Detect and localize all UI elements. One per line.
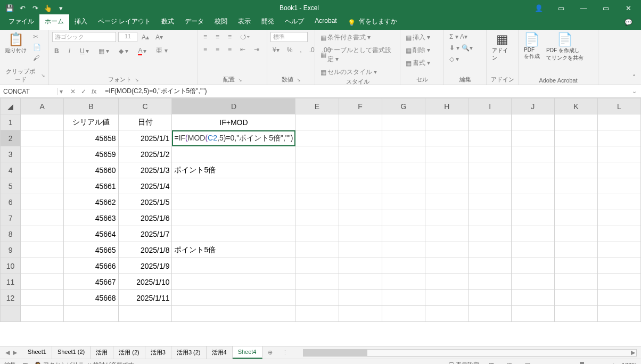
cell[interactable] (425, 146, 469, 162)
delete-cells-button[interactable]: ▦ 削除 ▾ (404, 45, 432, 56)
cell[interactable] (295, 210, 339, 226)
ribbon-tab-ホーム[interactable]: ホーム (39, 14, 69, 30)
cell[interactable] (554, 290, 597, 306)
name-box[interactable]: CONCAT (0, 88, 57, 95)
cell[interactable] (554, 114, 597, 130)
cell[interactable] (172, 306, 295, 322)
cell[interactable]: 2025/1/1 (118, 130, 172, 146)
cell[interactable] (295, 306, 339, 322)
dialog-launcher-icon[interactable]: ↘ (41, 73, 45, 78)
cell[interactable]: 2025/1/5 (118, 194, 172, 210)
cell[interactable] (382, 226, 425, 242)
cell[interactable] (597, 210, 640, 226)
cell[interactable] (172, 178, 295, 194)
sheet-tab[interactable]: 活用3 (145, 346, 171, 359)
increase-font-icon[interactable]: A▴ (139, 32, 151, 42)
cell[interactable] (511, 274, 554, 290)
phonetic-button[interactable]: 亜 ▾ (154, 45, 169, 56)
column-header[interactable]: D (172, 98, 295, 114)
dialog-launcher-icon[interactable]: ↘ (297, 77, 301, 82)
worksheet-grid[interactable]: ◢ABCDEFGHIJKL1シリアル値日付IF+MOD2456582025/1/… (0, 98, 641, 346)
cell[interactable] (172, 274, 295, 290)
align-top-icon[interactable]: ≡ (201, 32, 209, 42)
cell[interactable] (511, 194, 554, 210)
cell[interactable]: 45664 (64, 226, 118, 242)
cell[interactable] (382, 306, 425, 322)
decrease-font-icon[interactable]: A▾ (153, 32, 165, 42)
cell[interactable] (21, 210, 64, 226)
cut-icon[interactable]: ✂ (31, 32, 43, 42)
cell[interactable] (21, 114, 64, 130)
ribbon-tab-挿入[interactable]: 挿入 (69, 14, 93, 30)
paste-button[interactable]: 📋 貼り付け (3, 32, 29, 55)
align-middle-icon[interactable]: ≡ (213, 32, 221, 42)
percent-icon[interactable]: % (285, 45, 295, 55)
cell[interactable] (469, 114, 512, 130)
column-header[interactable]: E (295, 98, 339, 114)
cell[interactable] (554, 130, 597, 146)
cell[interactable] (382, 274, 425, 290)
comments-icon[interactable]: 💬 (619, 16, 638, 30)
cell[interactable] (382, 258, 425, 274)
cell[interactable] (597, 274, 640, 290)
column-header[interactable]: B (64, 98, 118, 114)
cell[interactable]: 45663 (64, 210, 118, 226)
cell[interactable] (469, 178, 512, 194)
cell[interactable] (295, 274, 339, 290)
cell[interactable]: 2025/1/9 (118, 258, 172, 274)
cancel-formula-icon[interactable]: ✕ (70, 88, 76, 95)
cell[interactable] (295, 242, 339, 258)
cell[interactable]: 2025/1/4 (118, 178, 172, 194)
copy-icon[interactable]: 📄 (31, 43, 43, 52)
cell[interactable] (21, 146, 64, 162)
row-header[interactable]: 4 (1, 162, 21, 178)
cell[interactable] (597, 306, 640, 322)
font-color-button[interactable]: A ▾ (136, 45, 149, 56)
cell[interactable] (295, 146, 339, 162)
collapse-ribbon-icon[interactable]: ˄ (627, 71, 641, 85)
namebox-dropdown-icon[interactable]: ▾ (57, 88, 65, 95)
cell[interactable] (597, 162, 640, 178)
cell[interactable] (295, 226, 339, 242)
row-header[interactable]: 1 (1, 114, 21, 130)
cell[interactable] (554, 258, 597, 274)
cell[interactable]: 45661 (64, 178, 118, 194)
cell[interactable] (554, 306, 597, 322)
sheet-nav-next-icon[interactable]: ▶ (13, 349, 17, 356)
page-layout-view-icon[interactable]: ▥ (504, 361, 515, 364)
sheet-tab[interactable]: Sheet1 (22, 346, 52, 359)
cell[interactable] (172, 210, 295, 226)
cell[interactable] (339, 130, 382, 146)
column-header[interactable]: A (21, 98, 64, 114)
cell[interactable] (511, 306, 554, 322)
save-icon[interactable]: 💾 (4, 3, 15, 13)
cell[interactable] (339, 146, 382, 162)
cell[interactable] (554, 162, 597, 178)
cell[interactable] (469, 210, 512, 226)
cell[interactable] (382, 114, 425, 130)
cell[interactable]: =IF(MOD(C2,5)=0,"ポイント5倍","") (172, 130, 295, 146)
cell[interactable] (118, 306, 172, 322)
cell[interactable]: シリアル値 (64, 114, 118, 130)
cell[interactable]: ポイント5倍 (172, 162, 295, 178)
sheet-tab[interactable]: Sheet4 (233, 346, 262, 359)
cell[interactable] (597, 194, 640, 210)
expand-formula-bar-icon[interactable]: ⌄ (628, 88, 641, 95)
select-all-corner[interactable]: ◢ (1, 98, 21, 114)
cell[interactable] (382, 194, 425, 210)
cell[interactable] (425, 274, 469, 290)
sheet-nav-prev-icon[interactable]: ◀ (5, 349, 10, 356)
enter-formula-icon[interactable]: ✓ (81, 88, 86, 95)
comma-icon[interactable]: , (298, 45, 303, 55)
cell[interactable]: ポイント5倍 (172, 242, 295, 258)
cell[interactable] (425, 130, 469, 146)
sheet-tab[interactable]: 活用 (2) (113, 346, 145, 359)
cell[interactable] (172, 290, 295, 306)
cell[interactable] (511, 242, 554, 258)
row-header[interactable]: 3 (1, 146, 21, 162)
macro-record-icon[interactable]: ▣ (22, 361, 28, 364)
cell[interactable] (21, 130, 64, 146)
cell[interactable] (469, 290, 512, 306)
sheet-tab[interactable]: 活用4 (207, 346, 233, 359)
cell[interactable] (425, 114, 469, 130)
